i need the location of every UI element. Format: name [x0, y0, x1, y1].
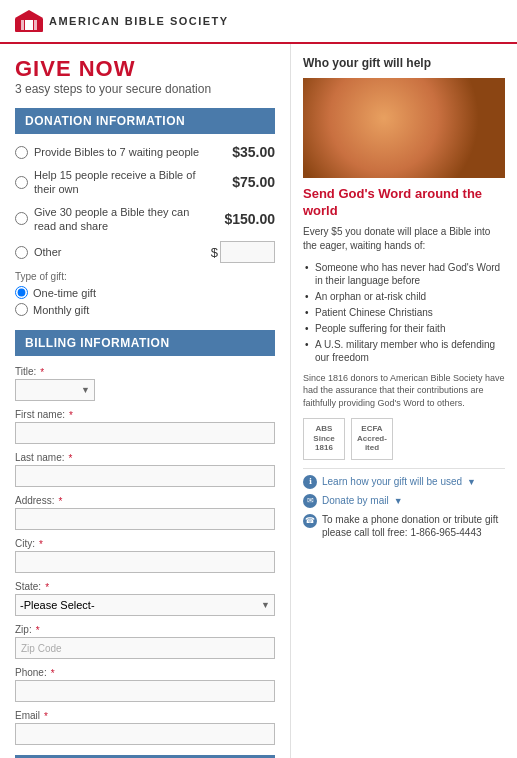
donate-by-mail-text: Donate by mail	[322, 495, 389, 506]
donation-amount-2: $75.00	[220, 174, 275, 190]
learn-more-link[interactable]: ℹ Learn how your gift will be used ▼	[303, 475, 505, 489]
org-name: AMERICAN BIBLE SOCIETY	[49, 15, 229, 27]
zip-required: *	[36, 625, 40, 636]
type-of-gift-label: Type of gift:	[15, 271, 275, 282]
donate-by-mail-link[interactable]: ✉ Donate by mail ▼	[303, 494, 505, 508]
first-name-group: First name: *	[15, 409, 275, 444]
state-select[interactable]: -Please Select-	[15, 594, 275, 616]
phone-input[interactable]	[15, 680, 275, 702]
first-name-required: *	[69, 410, 73, 421]
list-item-4: People suffering for their faith	[303, 322, 505, 335]
first-name-label: First name:	[15, 409, 65, 420]
state-group: State: * -Please Select- ▼	[15, 581, 275, 616]
donation-radio-3[interactable]	[15, 212, 28, 225]
zip-label-row: Zip: *	[15, 624, 275, 637]
title-label-row: Title: *	[15, 366, 275, 379]
zip-group: Zip: *	[15, 624, 275, 659]
info-icon: ℹ	[303, 475, 317, 489]
last-name-group: Last name: *	[15, 452, 275, 487]
header-logo: AMERICAN BIBLE SOCIETY	[15, 10, 229, 32]
email-required: *	[44, 711, 48, 722]
phone-icon: ☎	[303, 514, 317, 528]
trust-badge-ecfa-text: ECFAAccred-ited	[357, 424, 387, 453]
email-label-row: Email *	[15, 710, 275, 723]
donation-option-3: Give 30 people a Bible they can read and…	[15, 205, 275, 234]
zip-label: Zip:	[15, 624, 32, 635]
donation-amount-1: $35.00	[220, 144, 275, 160]
svg-rect-2	[25, 20, 33, 30]
gift-type-row-1: One-time gift	[15, 286, 275, 299]
gift-type-row-2: Monthly gift	[15, 303, 275, 316]
abs-logo-icon	[15, 10, 43, 32]
gift-image	[303, 78, 505, 178]
donation-label-1: Provide Bibles to 7 waiting people	[34, 145, 214, 159]
left-column: GIVE NOW 3 easy steps to your secure don…	[0, 44, 290, 758]
donation-section: DONATION INFORMATION Provide Bibles to 7…	[15, 108, 275, 316]
gift-type-radio-monthly[interactable]	[15, 303, 28, 316]
trust-badges: ABSSince1816 ECFAAccred-ited	[303, 418, 505, 460]
title-select-wrap: Mr. Mrs. Ms. Dr. Rev. ▼	[15, 379, 95, 401]
state-select-wrap: -Please Select- ▼	[15, 594, 275, 616]
gift-type-radio-onetime[interactable]	[15, 286, 28, 299]
campaign-title: Send God's Word around the world	[303, 186, 505, 220]
donation-radio-2[interactable]	[15, 176, 28, 189]
address-input[interactable]	[15, 508, 275, 530]
page-wrapper: AMERICAN BIBLE SOCIETY GIVE NOW 3 easy s…	[0, 0, 517, 758]
email-input[interactable]	[15, 723, 275, 745]
email-group: Email *	[15, 710, 275, 745]
title-select[interactable]: Mr. Mrs. Ms. Dr. Rev.	[15, 379, 95, 401]
right-links: ℹ Learn how your gift will be used ▼ ✉ D…	[303, 468, 505, 539]
phone-group: Phone: *	[15, 667, 275, 702]
learn-more-arrow: ▼	[467, 477, 476, 487]
other-amount-input[interactable]	[220, 241, 275, 263]
right-column: Who your gift will help Send God's Word …	[290, 44, 517, 758]
state-label: State:	[15, 581, 41, 592]
city-label-row: City: *	[15, 538, 275, 551]
last-name-input[interactable]	[15, 465, 275, 487]
phone-text: To make a phone donation or tribute gift…	[322, 513, 505, 539]
since-text: Since 1816 donors to American Bible Soci…	[303, 372, 505, 410]
list-item-1: Someone who has never had God's Word in …	[303, 261, 505, 287]
last-name-label: Last name:	[15, 452, 64, 463]
email-label: Email	[15, 710, 40, 721]
last-name-required: *	[68, 453, 72, 464]
gift-type-label-monthly: Monthly gift	[33, 304, 89, 316]
trust-badge-abs-text: ABSSince1816	[313, 424, 334, 453]
gift-type-label-onetime: One-time gift	[33, 287, 96, 299]
city-input[interactable]	[15, 551, 275, 573]
help-list: Someone who has never had God's Word in …	[303, 261, 505, 364]
donation-option-2: Help 15 people receive a Bible of their …	[15, 168, 275, 197]
page-subtitle: 3 easy steps to your secure donation	[15, 82, 275, 96]
donation-radio-1[interactable]	[15, 146, 28, 159]
address-label-row: Address: *	[15, 495, 275, 508]
list-item-5: A U.S. military member who is defending …	[303, 338, 505, 364]
city-group: City: *	[15, 538, 275, 573]
trust-badge-ecfa: ECFAAccred-ited	[351, 418, 393, 460]
phone-label: Phone:	[15, 667, 47, 678]
billing-section-header: BILLING INFORMATION	[15, 330, 275, 356]
type-of-gift-section: Type of gift: One-time gift Monthly gift	[15, 271, 275, 316]
first-name-input[interactable]	[15, 422, 275, 444]
gift-type-options: One-time gift Monthly gift	[15, 286, 275, 316]
address-group: Address: *	[15, 495, 275, 530]
last-name-label-row: Last name: *	[15, 452, 275, 465]
zip-input[interactable]	[15, 637, 275, 659]
list-item-3: Patient Chinese Christians	[303, 306, 505, 319]
donation-label-2: Help 15 people receive a Bible of their …	[34, 168, 214, 197]
state-required: *	[45, 582, 49, 593]
address-label: Address:	[15, 495, 54, 506]
svg-rect-3	[21, 20, 24, 30]
phone-label-row: Phone: *	[15, 667, 275, 680]
first-name-label-row: First name: *	[15, 409, 275, 422]
title-required: *	[40, 367, 44, 378]
gift-image-inner	[303, 78, 505, 178]
header: AMERICAN BIBLE SOCIETY	[0, 0, 517, 44]
city-required: *	[39, 539, 43, 550]
donation-radio-other[interactable]	[15, 246, 28, 259]
mail-icon: ✉	[303, 494, 317, 508]
donation-amount-3: $150.00	[220, 211, 275, 227]
who-title: Who your gift will help	[303, 56, 505, 70]
phone-required: *	[51, 668, 55, 679]
title-group: Title: * Mr. Mrs. Ms. Dr. Rev. ▼	[15, 366, 275, 401]
page-title: GIVE NOW	[15, 56, 275, 82]
